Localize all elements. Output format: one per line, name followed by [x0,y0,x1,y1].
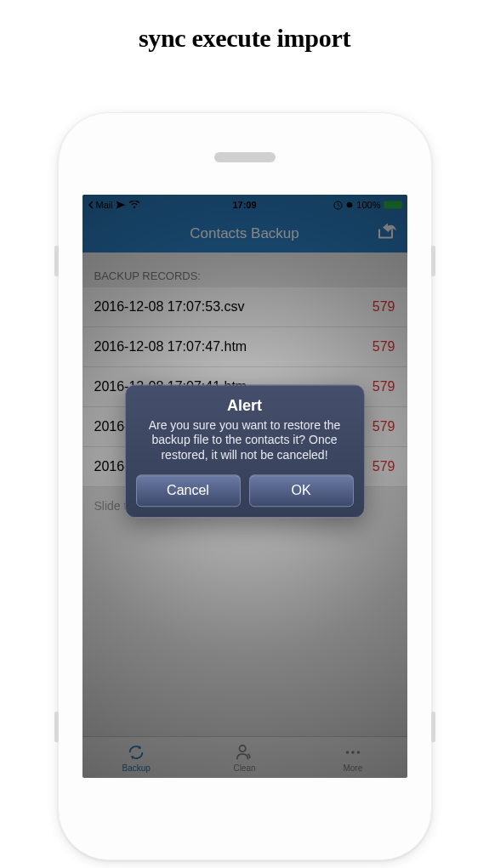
phone-side-button [54,246,59,276]
phone-screen: Mail 17:09 100% Contacts Backup [82,195,407,778]
alert-title: Alert [136,397,354,415]
phone-side-button [54,712,59,742]
phone-side-button [431,712,435,742]
alert-dialog: Alert Are you sure you want to restore t… [125,384,365,519]
cancel-button[interactable]: Cancel [136,475,241,508]
phone-speaker [214,152,276,162]
ok-button[interactable]: OK [249,475,354,508]
phone-frame: Mail 17:09 100% Contacts Backup [58,112,432,860]
alert-message: Are you sure you want to restore the bac… [136,418,354,463]
page-heading: sync execute import [0,0,489,65]
phone-side-button [431,246,435,276]
